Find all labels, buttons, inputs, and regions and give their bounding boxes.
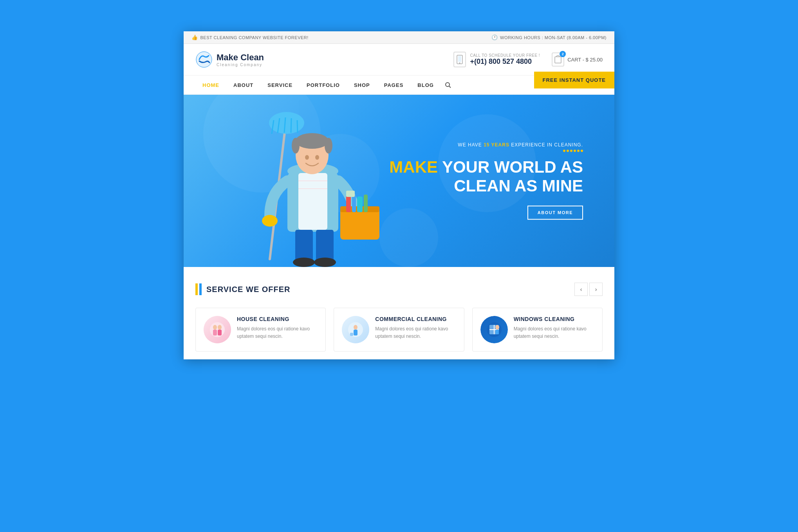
browser-window: 👍 BEST CLEANING COMPANY WEBSITE FOREVER!…	[184, 31, 614, 359]
service-img-windows	[480, 316, 508, 343]
svg-line-13	[297, 120, 298, 133]
logo-name: Make Clean	[217, 52, 264, 63]
clock-icon: 🕐	[491, 34, 498, 40]
svg-point-0	[196, 52, 212, 67]
search-icon[interactable]	[441, 76, 455, 94]
svg-point-3	[459, 63, 460, 64]
phone-text: CALL TO SCHEDULE YOUR FREE ! +(01) 800 5…	[470, 53, 540, 66]
nav-item-shop[interactable]: SHOP	[347, 76, 377, 94]
phone-icon	[453, 52, 466, 67]
svg-line-6	[449, 86, 451, 88]
svg-point-25	[262, 215, 278, 227]
svg-rect-46	[350, 333, 353, 336]
phone-number: +(01) 800 527 4800	[470, 58, 540, 66]
services-header: SERVICE WE OFFER ‹ ›	[195, 283, 603, 296]
svg-point-20	[296, 133, 329, 149]
nav-arrows: ‹ ›	[574, 283, 603, 296]
service-info-windows: WINDOWS CLEANING Magni dolores eos qui r…	[514, 316, 594, 340]
nav-item-portfolio[interactable]: PORTFOLIO	[300, 76, 347, 94]
services-section: SERVICE WE OFFER ‹ ›	[184, 267, 614, 359]
cart-badge: 2	[560, 51, 566, 57]
svg-line-12	[291, 118, 291, 133]
prev-arrow-button[interactable]: ‹	[574, 283, 588, 296]
hero-section: WE HAVE 15 YEARS EXPERIENCE IN CLEANING.…	[184, 95, 614, 267]
logo-icon	[195, 51, 213, 68]
service-img-commercial	[342, 316, 369, 343]
cart-label: CART - $ 25.00	[567, 57, 603, 63]
header: Make Clean Cleaning Company CALL TO SCHE…	[184, 44, 614, 76]
hero-dots	[389, 150, 583, 152]
service-info-house: HOUSE CLEANING Magni dolores eos qui rat…	[237, 316, 318, 340]
svg-point-36	[293, 258, 315, 267]
service-info-commercial: COMMERCIAL CLEANING Magni dolores eos qu…	[375, 316, 456, 340]
svg-point-51	[495, 325, 499, 330]
svg-point-5	[446, 83, 450, 87]
svg-point-38	[210, 322, 225, 337]
service-card-house[interactable]: HOUSE CLEANING Magni dolores eos qui rat…	[195, 308, 326, 352]
accent-bar-blue	[199, 283, 202, 295]
hero-tagline: WE HAVE 15 YEARS EXPERIENCE IN CLEANING.	[389, 142, 583, 148]
hero-person-visual	[223, 95, 387, 267]
nav-links: HOME ABOUT SERVICE PORTFOLIO SHOP PAGES …	[195, 76, 455, 94]
service-name-commercial: COMMERCIAL CLEANING	[375, 316, 456, 322]
logo-text-area: Make Clean Cleaning Company	[217, 52, 264, 67]
service-cards: HOUSE CLEANING Magni dolores eos qui rat…	[195, 308, 603, 352]
services-title-accent	[195, 283, 202, 295]
hero-person-svg	[223, 95, 387, 267]
service-desc-house: Magni dolores eos qui ratione kavo uptat…	[237, 325, 318, 340]
svg-rect-32	[364, 195, 368, 212]
top-bar-right: 🕐 WORKING HOURS : MON-SAT (8.00AM - 6.00…	[491, 34, 607, 40]
service-name-windows: WINDOWS CLEANING	[514, 316, 594, 322]
svg-rect-45	[354, 330, 357, 335]
header-right: CALL TO SCHEDULE YOUR FREE ! +(01) 800 5…	[453, 52, 603, 67]
svg-rect-31	[357, 197, 363, 212]
phone-label: CALL TO SCHEDULE YOUR FREE !	[470, 53, 540, 58]
svg-point-41	[218, 325, 222, 330]
services-title-area: SERVICE WE OFFER	[195, 283, 291, 295]
svg-point-39	[213, 325, 217, 330]
svg-point-22	[325, 138, 332, 153]
top-bar-left-text: BEST CLEANING COMPANY WEBSITE FOREVER!	[200, 35, 309, 40]
nav-item-about[interactable]: ABOUT	[226, 76, 260, 94]
nav-item-home[interactable]: HOME	[195, 76, 226, 94]
thumbs-up-icon: 👍	[191, 34, 198, 40]
top-bar: 👍 BEST CLEANING COMPANY WEBSITE FOREVER!…	[184, 31, 614, 44]
svg-rect-42	[218, 330, 222, 335]
service-desc-windows: Magni dolores eos qui ratione kavo uptat…	[514, 325, 594, 340]
svg-rect-30	[352, 195, 356, 212]
phone-area[interactable]: CALL TO SCHEDULE YOUR FREE ! +(01) 800 5…	[453, 52, 540, 67]
nav-item-service[interactable]: SERVICE	[260, 76, 300, 94]
hero-title: MAKE YOUR WORLD ASCLEAN AS MINE	[389, 158, 583, 196]
top-bar-left: 👍 BEST CLEANING COMPANY WEBSITE FOREVER!	[191, 34, 309, 40]
svg-point-8	[269, 112, 304, 134]
cart-icon-wrapper: 2	[552, 52, 564, 67]
hero-text-area: WE HAVE 15 YEARS EXPERIENCE IN CLEANING.…	[389, 142, 583, 220]
svg-rect-33	[346, 191, 355, 197]
service-desc-commercial: Magni dolores eos qui ratione kavo uptat…	[375, 325, 456, 340]
svg-point-21	[292, 138, 300, 153]
cart-area[interactable]: 2 CART - $ 25.00	[552, 52, 603, 67]
svg-rect-40	[213, 330, 217, 335]
accent-bar-yellow	[195, 283, 198, 295]
svg-point-24	[315, 155, 319, 160]
free-quote-button[interactable]: FREE INSTANT QUOTE	[534, 72, 614, 88]
services-title: SERVICE WE OFFER	[206, 285, 291, 294]
nav-item-pages[interactable]: PAGES	[377, 76, 411, 94]
service-card-windows[interactable]: WINDOWS CLEANING Magni dolores eos qui r…	[472, 308, 603, 352]
svg-rect-52	[496, 330, 499, 334]
service-card-commercial[interactable]: COMMERCIAL CLEANING Magni dolores eos qu…	[334, 308, 464, 352]
logo-area[interactable]: Make Clean Cleaning Company	[195, 51, 264, 68]
svg-point-23	[305, 155, 309, 160]
svg-rect-4	[555, 57, 561, 63]
logo-subtitle: Cleaning Company	[217, 63, 264, 67]
svg-rect-16	[298, 173, 327, 230]
next-arrow-button[interactable]: ›	[589, 283, 603, 296]
top-bar-right-text: WORKING HOURS : MON-SAT (8.00AM - 6.00PM…	[500, 35, 607, 40]
service-name-house: HOUSE CLEANING	[237, 316, 318, 322]
svg-point-44	[354, 325, 357, 330]
navbar: HOME ABOUT SERVICE PORTFOLIO SHOP PAGES …	[184, 76, 614, 95]
about-more-button[interactable]: ABOUT MORE	[527, 206, 583, 220]
nav-item-blog[interactable]: BLOG	[410, 76, 441, 94]
svg-rect-2	[458, 56, 461, 62]
service-img-house	[204, 316, 231, 343]
